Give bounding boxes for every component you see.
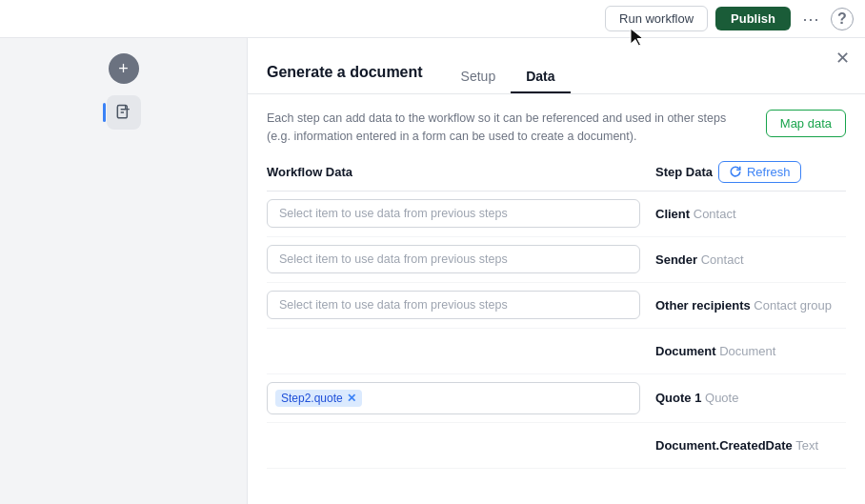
- data-table-header: Workflow Data Step Data Refresh: [267, 161, 846, 192]
- map-data-button[interactable]: Map data: [766, 110, 846, 137]
- tag-remove-button[interactable]: ✕: [347, 392, 356, 405]
- panel-title: Generate a document: [267, 64, 423, 81]
- panel-close-button[interactable]: ✕: [835, 50, 850, 67]
- table-row: Document.CreatedDate Text: [267, 423, 846, 469]
- workflow-select-2[interactable]: Select item to use data from previous st…: [267, 291, 640, 319]
- refresh-button[interactable]: Refresh: [718, 161, 801, 183]
- step-cell-0: Client Contact: [655, 207, 846, 221]
- top-bar: Run workflow Publish ⋯ ?: [0, 0, 865, 38]
- publish-button[interactable]: Publish: [715, 7, 791, 30]
- workflow-cell: Select item to use data from previous st…: [267, 199, 640, 228]
- workflow-select-0[interactable]: Select item to use data from previous st…: [267, 199, 640, 228]
- step-cell-4: Quote 1 Quote: [655, 391, 846, 405]
- step-cell-2: Other recipients Contact group: [655, 298, 846, 312]
- step-cell-5: Document.CreatedDate Text: [655, 438, 846, 453]
- description-row: Each step can add data to the workflow s…: [267, 110, 846, 146]
- workflow-cell: Step2.quote ✕: [267, 382, 640, 414]
- panel-header: Generate a document ✕ Setup Data: [248, 38, 865, 94]
- more-options-icon[interactable]: ⋯: [798, 5, 823, 33]
- add-step-button[interactable]: +: [109, 53, 139, 84]
- step-data-col-header: Step Data Refresh: [655, 161, 846, 183]
- table-row: Select item to use data from previous st…: [267, 192, 846, 237]
- tag-input-4[interactable]: Step2.quote ✕: [267, 382, 640, 414]
- plus-icon: +: [118, 59, 129, 79]
- workflow-cell: Select item to use data from previous st…: [267, 245, 640, 273]
- panel-tabs: Setup Data: [446, 61, 571, 93]
- panel: Generate a document ✕ Setup Data Each st…: [248, 38, 865, 504]
- step-cell-3: Document Document: [655, 344, 846, 358]
- step-cell-1: Sender Contact: [655, 252, 846, 267]
- run-workflow-button[interactable]: Run workflow: [605, 6, 708, 31]
- table-row: Select item to use data from previous st…: [267, 237, 846, 283]
- main-layout: + Generate a document ✕ Setup Data Each …: [0, 38, 865, 504]
- table-row: Select item to use data from previous st…: [267, 283, 846, 329]
- description-text: Each step can add data to the workflow s…: [267, 110, 751, 146]
- help-icon[interactable]: ?: [831, 8, 854, 30]
- sidebar: +: [0, 38, 248, 504]
- table-row: Step2.quote ✕ Quote 1 Quote: [267, 374, 846, 423]
- workflow-data-col-header: Workflow Data: [267, 165, 655, 179]
- tab-data[interactable]: Data: [511, 61, 570, 93]
- table-row: Document Document: [267, 329, 846, 374]
- workflow-select-1[interactable]: Select item to use data from previous st…: [267, 245, 640, 273]
- tab-setup[interactable]: Setup: [446, 61, 512, 93]
- tag-step2-quote: Step2.quote ✕: [275, 390, 362, 407]
- refresh-icon: [729, 165, 742, 178]
- document-icon: [114, 103, 133, 122]
- panel-content: Each step can add data to the workflow s…: [248, 94, 865, 504]
- workflow-cell: Select item to use data from previous st…: [267, 291, 640, 319]
- sidebar-doc-icon[interactable]: [107, 95, 141, 130]
